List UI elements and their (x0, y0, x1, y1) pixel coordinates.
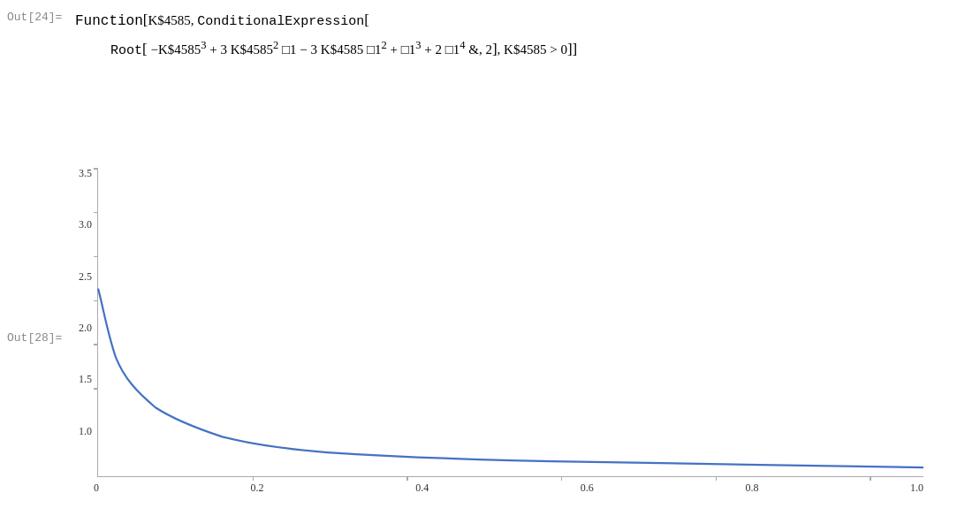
math-expression-out24: Function[K$4585, ConditionalExpression[ … (75, 7, 870, 64)
y-label-10: 1.0 (49, 426, 97, 436)
y-label-30: 3.0 (49, 219, 97, 230)
x-label-10: 1.0 (910, 482, 923, 495)
x-label-08: 0.8 (745, 482, 758, 495)
y-axis-labels: 3.5 3.0 2.5 2.0 1.5 1.0 (49, 168, 97, 477)
x-axis-labels: 0 0.2 0.4 0.6 0.8 1.0 (97, 477, 923, 508)
y-label-35: 3.5 (49, 168, 97, 178)
x-label-02: 0.2 (251, 482, 264, 495)
x-label-04: 0.4 (415, 482, 429, 495)
y-label-25: 2.5 (49, 271, 97, 282)
y-label-20: 2.0 (49, 322, 97, 333)
y-label-15: 1.5 (49, 374, 97, 384)
x-origin-label: 0 (94, 482, 99, 495)
x-label-06: 0.6 (581, 482, 594, 495)
decay-curve (98, 289, 923, 467)
chart-area (97, 168, 923, 477)
out24-label: Out[24]= (7, 11, 62, 24)
curve-svg (98, 168, 923, 476)
chart-container: 3.5 3.0 2.5 2.0 1.5 1.0 0 0.2 (49, 163, 950, 508)
